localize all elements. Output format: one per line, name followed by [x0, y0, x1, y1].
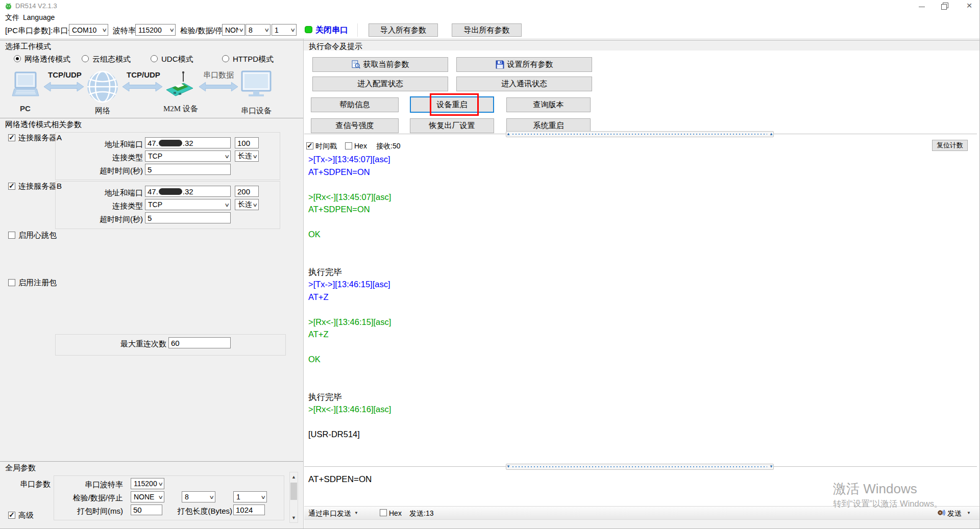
log-line: >[Rx<-][13:45:07][asc] — [308, 191, 977, 204]
export-all-button[interactable]: 导出所有参数 — [452, 23, 522, 37]
node-label-m2m: M2M 设备 — [163, 104, 198, 114]
chevron-down-icon[interactable]: ▼ — [967, 511, 971, 515]
minimize-button[interactable] — [917, 2, 927, 10]
query-version-button[interactable]: 查询版本 — [506, 97, 591, 112]
radio-cloud-scada-mode[interactable] — [82, 55, 89, 62]
window-title: DR514 V2.1.3 — [15, 2, 57, 10]
speaker-icon — [937, 509, 945, 517]
log-line — [308, 241, 977, 254]
server-a-keepalive-select[interactable]: 长连接∨ — [235, 150, 259, 162]
mode-label-udc[interactable]: UDC模式 — [161, 55, 193, 64]
enter-config-state-button[interactable]: 进入配置状态 — [312, 77, 448, 91]
timestamp-label: 时间戳 — [315, 142, 337, 151]
send-via-serial-dropdown[interactable]: 通过串口发送 — [308, 509, 351, 518]
log-line: >[Rx<-][13:46:16][asc] — [308, 403, 977, 416]
serial-databits-select[interactable]: 8∨ — [182, 491, 215, 502]
close-port-button[interactable]: 关闭串口 — [315, 25, 348, 36]
pc-icon — [11, 71, 40, 103]
advanced-checkbox[interactable] — [8, 512, 15, 519]
server-b-keepalive-select[interactable]: 长连接∨ — [235, 199, 259, 210]
serial-stopbits-select[interactable]: 1∨ — [233, 491, 267, 502]
send-hex-checkbox[interactable] — [380, 509, 387, 516]
mode-label-net-transparent[interactable]: 网络透传模式 — [24, 55, 70, 64]
server-a-address-input[interactable]: 47..32 — [145, 137, 231, 148]
server-a-checkbox[interactable] — [8, 134, 15, 141]
pack-time-label: 打包时间(ms) — [66, 507, 123, 516]
radio-httpd-mode[interactable] — [222, 55, 229, 62]
chevron-down-icon: ∨ — [169, 27, 175, 33]
send-button[interactable]: 发送 — [947, 509, 962, 518]
serial-parity-select[interactable]: NONE∨ — [131, 491, 164, 502]
serial-baud-label: 串口波特率 — [66, 480, 123, 490]
server-a-port-input[interactable]: 100 — [235, 137, 259, 148]
chevron-down-icon: ∨ — [158, 481, 163, 487]
server-b-addr-label: 地址和端口 — [77, 188, 143, 198]
menu-file[interactable]: 文件 — [5, 13, 19, 22]
reset-count-button[interactable]: 复位计数 — [932, 140, 968, 151]
chevron-down-icon[interactable]: ▼ — [354, 511, 358, 515]
link-label-serial-data: 串口数据 — [203, 70, 234, 80]
toolbar: [PC串口参数]:串口号 COM10∨ 波特率 115200∨ 检验/数据/停止… — [0, 22, 980, 39]
scroll-up-icon[interactable]: ▲ — [290, 474, 298, 480]
serial-device-icon — [240, 70, 273, 102]
get-current-params-button[interactable]: 获取当前参数 — [312, 57, 448, 72]
max-reconnect-input[interactable]: 60 — [168, 337, 231, 348]
server-a-addr-label: 地址和端口 — [77, 140, 143, 149]
query-signal-button[interactable]: 查信号强度 — [311, 118, 399, 133]
log-line: 执行完毕 — [308, 391, 977, 404]
net-mode-params-header: 网络透传模式相关参数 — [0, 118, 303, 129]
red-highlight-annotation — [430, 93, 479, 116]
server-a-type-select[interactable]: TCP∨ — [145, 150, 231, 162]
log-hex-checkbox[interactable] — [345, 142, 352, 149]
close-button[interactable]: × — [964, 0, 975, 11]
restore-button[interactable] — [940, 2, 950, 9]
server-a-timeout-input[interactable]: 5 — [145, 164, 231, 175]
mode-label-cloud-scada[interactable]: 云组态模式 — [92, 55, 131, 64]
pack-time-input[interactable]: 50 — [131, 505, 162, 515]
splitter-collapse-handle[interactable]: ▼ ▼ — [506, 464, 774, 470]
radio-net-transparent-mode[interactable] — [14, 55, 21, 62]
parity-select[interactable]: NONI∨ — [222, 24, 245, 36]
menu-language[interactable]: Language — [23, 13, 55, 21]
server-b-port-input[interactable]: 200 — [235, 186, 259, 197]
collapse-down-icon: ▼ — [769, 465, 773, 469]
serial-baud-select[interactable]: 115200∨ — [131, 478, 164, 489]
server-b-checkbox[interactable] — [8, 183, 15, 190]
scroll-down-icon[interactable]: ▼ — [290, 515, 298, 520]
timestamp-checkbox[interactable] — [306, 142, 313, 149]
chevron-down-icon: ∨ — [224, 202, 230, 208]
server-b-timeout-input[interactable]: 5 — [145, 212, 231, 223]
receive-count: 接收:50 — [376, 142, 400, 151]
splitter-groove — [774, 466, 977, 467]
pack-length-input[interactable]: 1024 — [233, 505, 265, 515]
stopbits-select[interactable]: 1∨ — [272, 24, 297, 36]
scrollbar-thumb[interactable] — [290, 483, 297, 500]
register-checkbox[interactable] — [8, 279, 15, 286]
splitter-collapse-handle[interactable]: ▲ ▲ — [506, 131, 774, 137]
log-line: AT+SDPEN=ON — [308, 166, 977, 179]
baud-select[interactable]: 115200∨ — [135, 24, 176, 36]
heartbeat-checkbox[interactable] — [8, 232, 15, 239]
databits-select[interactable]: 8∨ — [246, 24, 271, 36]
log-output[interactable]: >[Tx->][13:45:07][asc]AT+SDPEN=ON>[Rx<-]… — [304, 151, 977, 463]
help-info-button[interactable]: 帮助信息 — [311, 97, 399, 112]
left-panel-scrollbar[interactable]: ▲ ▼ — [289, 472, 298, 523]
send-hex-label: Hex — [389, 509, 402, 517]
log-line — [308, 303, 977, 316]
import-all-button[interactable]: 导入所有参数 — [369, 23, 438, 37]
chevron-down-icon: ∨ — [290, 27, 296, 33]
mode-label-httpd[interactable]: HTTPD模式 — [233, 55, 274, 64]
log-line: OK — [308, 228, 977, 241]
set-all-params-button[interactable]: 设置所有参数 — [456, 57, 592, 72]
factory-reset-button[interactable]: 恢复出厂设置 — [410, 118, 494, 133]
pack-length-label: 打包长度(Bytes) — [176, 507, 232, 516]
register-label: 启用注册包 — [18, 278, 57, 288]
log-line — [308, 341, 977, 354]
node-label-pc: PC — [20, 104, 31, 113]
radio-udc-mode[interactable] — [151, 55, 158, 62]
com-port-select[interactable]: COM10∨ — [69, 24, 108, 36]
server-b-type-select[interactable]: TCP∨ — [145, 199, 231, 210]
server-b-address-input[interactable]: 47..32 — [145, 186, 231, 197]
enter-comm-state-button[interactable]: 进入通讯状态 — [456, 77, 592, 91]
server-a-timeout-label: 超时时间(秒) — [77, 166, 143, 176]
